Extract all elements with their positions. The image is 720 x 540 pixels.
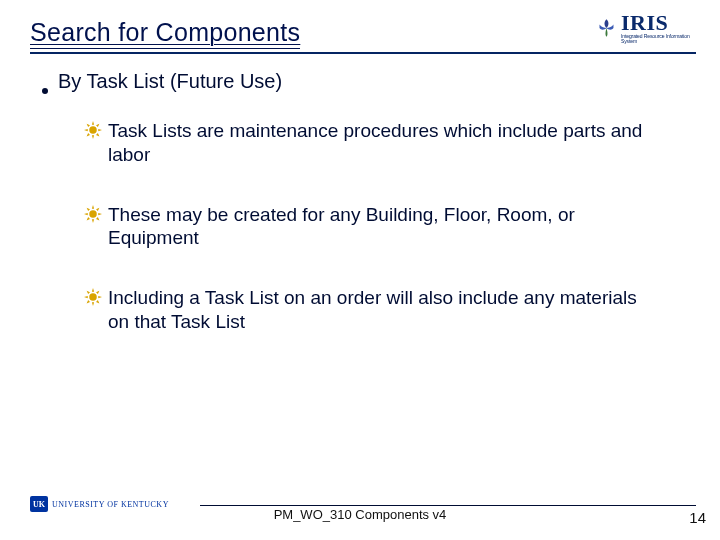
header-divider bbox=[30, 52, 696, 54]
bullet-level2: Including a Task List on an order will a… bbox=[84, 286, 644, 334]
footer-caption: PM_WO_310 Components v4 bbox=[0, 507, 720, 522]
page-number: 14 bbox=[689, 509, 706, 526]
iris-logo: IRIS Integrated Resource Information Sys… bbox=[596, 8, 696, 48]
bullet-level2-text: These may be created for any Building, F… bbox=[108, 203, 644, 251]
sun-bullet-icon bbox=[84, 121, 104, 141]
bullet-level1: By Task List (Future Use) bbox=[42, 70, 680, 93]
svg-point-2 bbox=[89, 293, 97, 301]
title-wrap: Search for Components bbox=[30, 18, 560, 47]
footer-divider bbox=[200, 505, 696, 506]
slide: Search for Components IRIS Integrated Re… bbox=[0, 0, 720, 540]
svg-point-1 bbox=[89, 210, 97, 218]
bullet-level2-text: Including a Task List on an order will a… bbox=[108, 286, 644, 334]
iris-flower-icon bbox=[596, 16, 617, 40]
bullet-level2: Task Lists are maintenance procedures wh… bbox=[84, 119, 644, 167]
iris-logo-text: IRIS Integrated Resource Information Sys… bbox=[621, 12, 696, 44]
bullet-level1-text: By Task List (Future Use) bbox=[58, 70, 282, 93]
bullet-level2: These may be created for any Building, F… bbox=[84, 203, 644, 251]
page-title: Search for Components bbox=[30, 18, 300, 49]
sun-bullet-icon bbox=[84, 205, 104, 225]
svg-point-0 bbox=[89, 126, 97, 134]
iris-logo-tagline: Integrated Resource Information System bbox=[621, 34, 696, 44]
bullet-level2-text: Task Lists are maintenance procedures wh… bbox=[108, 119, 644, 167]
bullet-dot-icon bbox=[42, 88, 48, 94]
iris-logo-label: IRIS bbox=[621, 12, 696, 34]
content-body: By Task List (Future Use) Task Lists are… bbox=[42, 70, 680, 370]
sun-bullet-icon bbox=[84, 288, 104, 308]
